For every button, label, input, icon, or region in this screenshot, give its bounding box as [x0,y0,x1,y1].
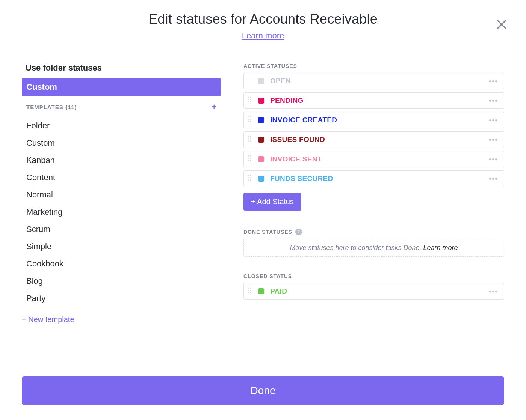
more-icon[interactable] [488,176,499,181]
drag-handle-icon[interactable] [248,116,253,124]
template-item[interactable]: Content [22,169,221,186]
status-name-label: ISSUES FOUND [270,135,488,144]
template-item[interactable]: Simple [22,238,221,255]
done-learn-more-link[interactable]: Learn more [423,244,458,251]
drag-handle-icon[interactable] [248,175,253,182]
active-statuses-heading: ACTIVE STATUSES [243,63,504,69]
more-icon[interactable] [488,137,499,142]
status-color-swatch[interactable] [258,288,264,294]
status-row[interactable]: OPEN [243,73,504,89]
status-color-swatch[interactable] [258,117,264,123]
status-row[interactable]: FUNDS SECURED [243,170,504,187]
status-color-swatch[interactable] [258,78,264,84]
template-item[interactable]: Folder [22,117,221,134]
status-row[interactable]: INVOICE CREATED [243,112,504,128]
drag-handle-icon[interactable] [248,136,253,143]
status-name-label: INVOICE SENT [270,155,488,163]
more-icon[interactable] [488,289,499,294]
status-name-label: PENDING [270,96,488,105]
more-icon[interactable] [488,118,499,123]
template-item[interactable]: Scrum [22,221,221,238]
drag-handle-icon[interactable] [248,97,253,104]
more-icon[interactable] [488,79,499,84]
template-item[interactable]: Party [22,290,221,307]
drag-handle-icon[interactable] [248,155,253,163]
status-name-label: FUNDS SECURED [270,175,488,183]
status-color-swatch[interactable] [258,137,264,143]
template-item[interactable]: Blog [22,272,221,290]
closed-status-heading: CLOSED STATUS [243,273,504,279]
template-item[interactable]: Cookbook [22,255,221,272]
new-template-link[interactable]: + New template [22,315,221,324]
done-drop-zone[interactable]: Move statuses here to consider tasks Don… [243,239,504,257]
status-name-label: INVOICE CREATED [270,116,488,124]
status-color-swatch[interactable] [258,176,264,182]
template-item[interactable]: Normal [22,186,221,203]
template-item[interactable]: Custom [22,134,221,152]
status-row[interactable]: INVOICE SENT [243,151,504,167]
custom-status-option[interactable]: Custom [22,78,221,96]
add-status-button[interactable]: + Add Status [243,193,301,211]
use-folder-statuses-heading[interactable]: Use folder statuses [22,63,221,78]
add-template-icon[interactable]: + [212,103,216,111]
close-icon[interactable] [495,18,508,31]
template-item[interactable]: Kanban [22,152,221,169]
template-item[interactable]: Marketing [22,203,221,221]
status-row[interactable]: PAID [243,283,504,300]
more-icon[interactable] [488,98,499,103]
drag-handle-icon[interactable] [248,288,253,295]
more-icon[interactable] [488,157,499,162]
status-name-label: PAID [270,287,488,295]
status-row[interactable]: PENDING [243,92,504,109]
done-button[interactable]: Done [22,376,504,405]
status-color-swatch[interactable] [258,98,264,104]
learn-more-link[interactable]: Learn more [242,31,284,41]
status-name-label: OPEN [270,77,488,85]
done-statuses-heading: DONE STATUSES [243,229,292,235]
dialog-title: Edit statuses for Accounts Receivable [22,11,504,27]
templates-heading: TEMPLATES (11) [26,104,77,110]
status-color-swatch[interactable] [258,156,264,162]
help-icon[interactable]: ? [295,229,302,235]
done-hint-text: Move statuses here to consider tasks Don… [290,244,423,251]
status-row[interactable]: ISSUES FOUND [243,131,504,148]
